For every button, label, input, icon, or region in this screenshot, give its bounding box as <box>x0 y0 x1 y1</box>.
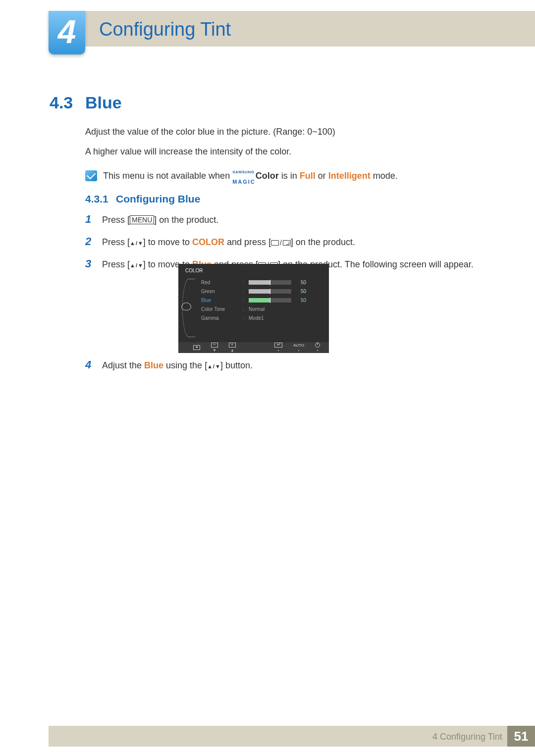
osd-value-green: 50 <box>294 289 306 294</box>
osd-rows: Red : 50 Green : 50 Blue : 50 Color Tone… <box>201 278 325 322</box>
step-1: 1 Press [MENU] on the product. <box>85 211 491 227</box>
page-number: 51 <box>507 726 535 747</box>
osd-title: COLOR <box>185 268 203 273</box>
step-4: 4 Adjust the Blue using the [▲/▼] button… <box>85 358 253 371</box>
osd-slider-green <box>249 289 291 294</box>
osd-footer-right: • AUTO• • <box>274 343 320 353</box>
color-word: COLOR <box>192 237 224 247</box>
up-down-icon: ▲/▼ <box>130 261 143 270</box>
osd-label-gamma: Gamma <box>201 315 240 321</box>
osd-row-green: Green : 50 <box>201 287 325 296</box>
note-intelligent: Intelligent <box>328 171 371 181</box>
step-4-number: 4 <box>85 358 95 371</box>
plus-button-icon: ▲ <box>229 343 236 353</box>
brand-magic: SAMSUNGMAGIC <box>232 165 256 186</box>
osd-value-blue: 50 <box>294 298 306 303</box>
osd-label-red: Red <box>201 280 240 285</box>
power-button-icon: • <box>315 343 320 353</box>
note-p4: mode. <box>371 171 398 181</box>
osd-row-red: Red : 50 <box>201 278 325 287</box>
step-2-text: Press [▲/▼] to move to COLOR and press [… <box>102 236 355 249</box>
osd-label-green: Green <box>201 289 240 294</box>
menu-key: MENU <box>130 215 154 224</box>
step-1-text: Press [MENU] on the product. <box>102 213 218 227</box>
osd-footer-left: ▼ ▲ <box>193 343 236 353</box>
note-full: Full <box>300 171 316 181</box>
exit-button-icon <box>193 345 200 350</box>
auto-button-icon: AUTO• <box>293 343 304 353</box>
section-number: 4.3 <box>50 93 73 112</box>
section-description-2: A higher value will increase the intensi… <box>85 147 291 157</box>
step-2-number: 2 <box>85 233 95 250</box>
subsection-title: Configuring Blue <box>116 193 200 205</box>
chapter-number-badge: 4 <box>49 11 85 54</box>
osd-slider-red <box>249 280 291 285</box>
osd-slider-blue <box>249 298 291 302</box>
step-4-text: Adjust the Blue using the [▲/▼] button. <box>102 360 253 371</box>
note-row: This menu is not available when SAMSUNGM… <box>85 165 398 186</box>
step-2: 2 Press [▲/▼] to move to COLOR and press… <box>85 233 491 250</box>
osd-row-tone: Color Tone : Normal <box>201 304 325 313</box>
subsection-number: 4.3.1 <box>85 193 108 205</box>
palette-icon <box>181 302 191 310</box>
section-description-1: Adjust the value of the color blue in th… <box>85 127 335 137</box>
chapter-title: Configuring Tint <box>99 19 231 40</box>
osd-label-blue: Blue <box>201 298 240 303</box>
source-enter-icon: / <box>271 238 291 248</box>
osd-row-gamma: Gamma : Mode1 <box>201 313 325 322</box>
note-pre: This menu is not available when <box>103 171 232 181</box>
note-color: Color <box>256 171 279 181</box>
osd-screenshot: COLOR Red : 50 Green : 50 Blue : 50 Colo… <box>178 264 329 353</box>
brand-bot: MAGIC <box>232 179 256 185</box>
step-1-number: 1 <box>85 211 95 227</box>
step-3-number: 3 <box>85 255 95 272</box>
blue-word-2: Blue <box>144 360 163 370</box>
osd-value-gamma: Mode1 <box>249 315 264 321</box>
note-text: This menu is not available when SAMSUNGM… <box>103 165 398 186</box>
minus-button-icon: ▼ <box>211 343 218 353</box>
note-p2: is in <box>279 171 300 181</box>
note-p3: or <box>316 171 328 181</box>
brand-top: SAMSUNG <box>232 170 254 174</box>
up-down-icon: ▲/▼ <box>207 363 220 369</box>
footer-chapter-label: 4 Configuring Tint <box>432 732 502 742</box>
osd-value-red: 50 <box>294 280 306 285</box>
osd-row-blue: Blue : 50 <box>201 296 325 304</box>
osd-label-tone: Color Tone <box>201 306 240 312</box>
up-down-icon: ▲/▼ <box>130 239 143 248</box>
osd-value-tone: Normal <box>249 306 265 312</box>
note-icon <box>85 170 97 181</box>
enter-button-icon: • <box>274 343 282 353</box>
osd-footer: ▼ ▲ • AUTO• • <box>178 342 329 353</box>
section-title: Blue <box>85 93 122 112</box>
